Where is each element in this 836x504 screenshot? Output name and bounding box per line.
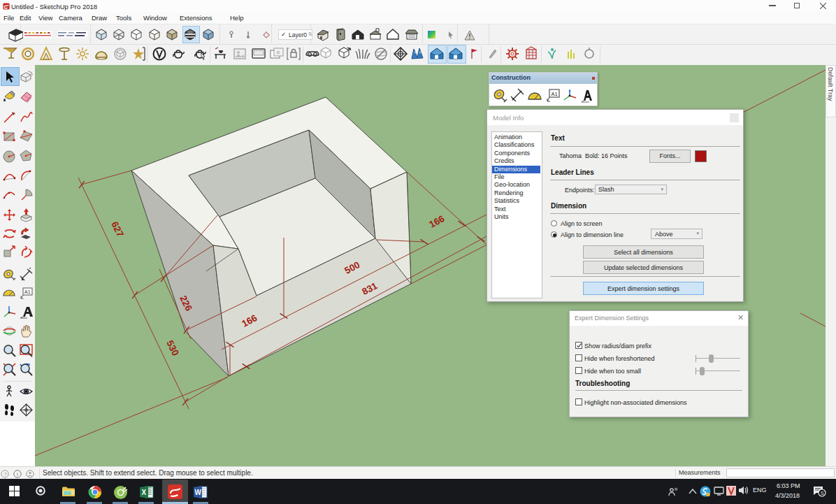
svg-text:R: R [675,487,678,491]
svg-text:A1: A1 [24,289,31,294]
svg-text:i: i [17,471,18,477]
svg-text:A1: A1 [552,91,558,97]
svg-text:?: ? [3,471,7,477]
svg-text:X: X [142,489,147,496]
svg-text:W: W [195,489,202,496]
svg-text:S: S [821,490,824,496]
